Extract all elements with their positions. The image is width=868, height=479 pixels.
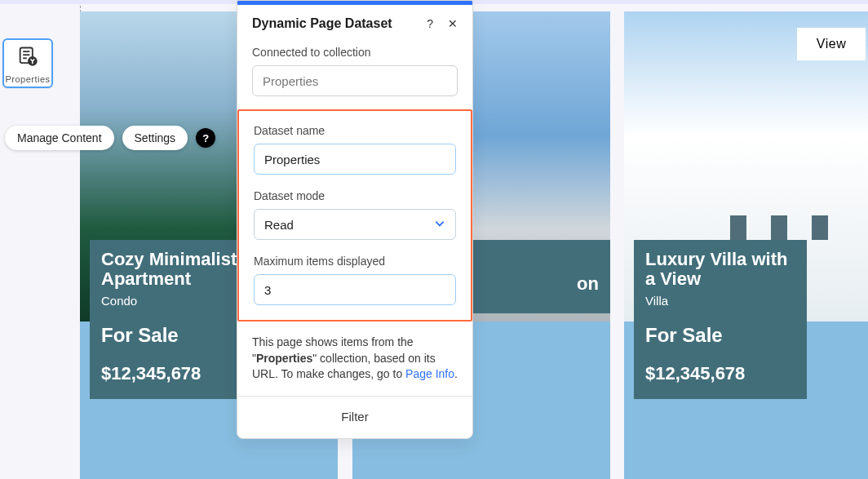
help-icon[interactable]: ? [196, 128, 215, 148]
close-icon[interactable]: ✕ [448, 17, 458, 30]
property-title: Cozy Minimalist Apartment [101, 250, 251, 289]
property-type: Villa [645, 294, 795, 308]
manage-content-button[interactable]: Manage Content [5, 126, 114, 150]
dataset-mode-select[interactable]: Read [254, 209, 456, 240]
dataset-chip-label: Properties [5, 74, 50, 84]
page-info-link[interactable]: Page Info [405, 367, 454, 380]
panel-help-icon[interactable]: ? [427, 17, 433, 30]
dataset-mode-value: Read [264, 218, 294, 232]
panel-note: This page shows items from the "Properti… [237, 322, 472, 396]
property-status: For Sale [645, 324, 795, 347]
dataset-name-input[interactable] [254, 144, 456, 175]
property-title: Luxury Villa with a View [645, 250, 795, 289]
dataset-mode-label: Dataset mode [254, 189, 456, 202]
connected-collection-value: Properties [252, 65, 458, 96]
dataset-icon [16, 45, 39, 71]
panel-title: Dynamic Page Dataset [252, 16, 392, 31]
filter-button[interactable]: Filter [237, 396, 472, 438]
property-card-2: View Luxury Villa with a View Villa For … [624, 11, 868, 479]
property-type: Condo [101, 294, 251, 308]
max-items-input[interactable] [254, 274, 456, 305]
chevron-down-icon [434, 218, 445, 232]
highlighted-section: Dataset name Dataset mode Read Maximum i… [237, 109, 472, 322]
dataset-element[interactable]: Properties [2, 38, 53, 88]
property-status: For Sale [101, 324, 251, 347]
property-price: $12,345,678 [645, 363, 795, 384]
property-price: $12,345,678 [101, 363, 251, 384]
connected-collection-label: Connected to collection [252, 46, 458, 59]
view-button[interactable]: View [797, 28, 866, 60]
dataset-name-label: Dataset name [254, 124, 456, 137]
property-info: Luxury Villa with a View Villa For Sale … [634, 240, 807, 399]
settings-button[interactable]: Settings [122, 126, 188, 150]
dataset-settings-panel: Dynamic Page Dataset ? ✕ Connected to co… [237, 0, 473, 439]
max-items-label: Maximum items displayed [254, 255, 456, 268]
